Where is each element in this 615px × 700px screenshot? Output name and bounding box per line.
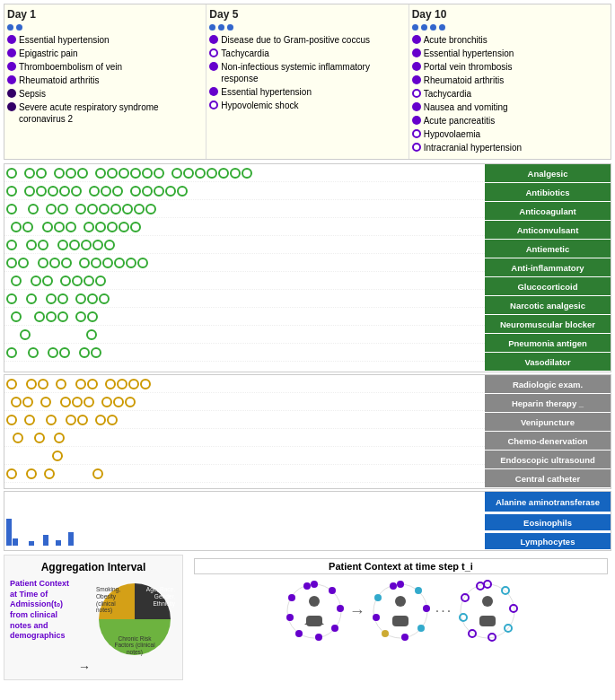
diag-text: Thromboembolism of vein: [19, 61, 122, 73]
diag-text: Rheumatoid arthritis: [424, 74, 504, 86]
gc: [91, 347, 101, 358]
label-anticoagulant: Anticoagulant: [485, 202, 611, 220]
diag-dot: [7, 62, 16, 71]
orbit-dot: [329, 587, 336, 594]
label-eosinophils: Eosinophils: [485, 514, 611, 530]
gc: [6, 204, 17, 214]
gc: [83, 222, 94, 232]
gc: [11, 276, 22, 286]
gc: [130, 222, 141, 232]
lab-section: Alanine aminotransferase Eosinophils Lym…: [4, 491, 611, 551]
orbit-dot: [373, 614, 380, 621]
tc: [66, 415, 76, 425]
tc: [83, 397, 94, 407]
diag-text: Rheumatoid arthritis: [19, 74, 99, 86]
patient-figure-1: [283, 580, 346, 643]
gc: [6, 347, 17, 358]
diag-dot: [412, 35, 421, 44]
patient-context-area: Patient Context at time step t_i: [190, 555, 611, 646]
orbit-dot: [311, 581, 318, 588]
tc: [44, 468, 55, 479]
gc: [61, 258, 72, 268]
dot3: [227, 24, 233, 31]
med-row-glucocorticoid: [4, 272, 485, 290]
diag-item: Portal vein thrombosis: [412, 61, 608, 73]
diag-dot: [209, 101, 218, 109]
tc: [54, 433, 65, 443]
aggregation-title: Aggregation Interval: [10, 561, 177, 573]
proc-row-venipuncture: [4, 411, 485, 429]
med-row-antiinflammatory: [4, 254, 485, 272]
diag-text: Acute pancreatitis: [424, 115, 496, 127]
label-anticonvulsant: Anticonvulsant: [485, 221, 611, 239]
patient-figure-3: [456, 580, 519, 643]
gc: [119, 222, 129, 232]
proc-row-heparin: [4, 393, 485, 411]
tc: [117, 379, 127, 389]
day5-dots: [209, 24, 405, 31]
gc: [28, 204, 39, 214]
orbit-dot: [461, 594, 469, 601]
gc: [34, 311, 45, 322]
dot2: [421, 24, 427, 31]
orbit-dot: [397, 581, 404, 588]
diag-item: Rheumatoid arthritis: [412, 74, 608, 86]
diag-dot: [7, 75, 16, 84]
orbit-dot: [390, 582, 397, 590]
label-radiologic: Radiologic exam.: [485, 375, 611, 393]
gc: [6, 168, 17, 179]
tc: [56, 379, 66, 389]
orbit-dot: [417, 625, 425, 632]
person-torso: [392, 616, 409, 626]
person-torso: [306, 616, 322, 626]
gc: [75, 311, 86, 322]
diag-item: Acute bronchitis: [412, 34, 608, 46]
svg-point-2: [461, 584, 514, 638]
gc: [6, 240, 17, 250]
patient-figures: → ···: [194, 580, 608, 643]
diag-dot: [412, 102, 421, 111]
med-grid: [4, 164, 485, 372]
gc: [242, 168, 252, 179]
diag-text: Tachycardia: [221, 48, 268, 59]
gc: [112, 186, 123, 197]
patient-context-title: Patient Context at time step t_i: [194, 558, 608, 574]
timeline-section: Day 1 Essential hypertension Epigastric …: [4, 4, 611, 160]
tc: [77, 415, 88, 425]
tc: [128, 379, 139, 389]
gc: [69, 240, 80, 250]
dot2: [218, 24, 224, 31]
gc: [110, 204, 121, 214]
tc: [6, 415, 17, 425]
proc-row-catheter: [4, 465, 485, 483]
gc: [57, 311, 68, 322]
day1-col: Day 1 Essential hypertension Epigastric …: [4, 4, 206, 159]
diag-text: Sepsis: [19, 88, 46, 100]
label-endoscopic: Endoscopic ultrasound: [485, 451, 611, 468]
gc: [79, 258, 90, 268]
label-catheter: Central catheter: [485, 469, 611, 487]
label-antiinflammatory: Anti-inflammatory: [485, 258, 611, 276]
bottom-section: Aggregation Interval Patient Contextat T…: [4, 555, 611, 680]
gc: [75, 204, 86, 214]
gc: [92, 240, 103, 250]
orbit-dot: [331, 625, 338, 632]
diag-text: Non-infectious systemic inflammatory res…: [221, 61, 405, 84]
diag-text: Portal vein thrombosis: [424, 61, 513, 73]
tc: [60, 397, 71, 407]
diag-text: Hypovolaemia: [424, 128, 480, 140]
gc: [54, 222, 65, 232]
tc: [6, 379, 17, 389]
tc: [125, 397, 136, 407]
gc: [91, 258, 101, 268]
diag-text: Tachycardia: [424, 88, 471, 100]
diag-dot: [412, 143, 421, 152]
lab-bar: [13, 538, 18, 546]
diag-dot: [412, 116, 421, 125]
day5-header: Day 5: [209, 8, 405, 21]
gc: [102, 258, 113, 268]
label-venipuncture: Venipuncture: [485, 413, 611, 431]
day10-col: Day 10 Acute bronchitis Essential hypert…: [409, 4, 611, 159]
diag-text: Disease due to Gram-positive coccus: [221, 34, 370, 46]
diag-text: Essential hypertension: [424, 48, 514, 59]
